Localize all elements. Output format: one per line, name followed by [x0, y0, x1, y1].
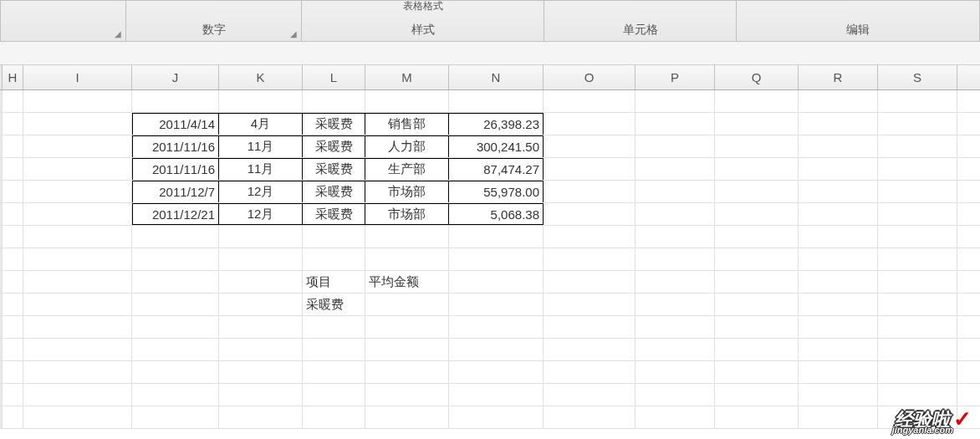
cell[interactable] [878, 226, 957, 248]
cell-amount[interactable]: 5,068.38 [449, 203, 544, 225]
cell[interactable] [3, 90, 23, 112]
cell[interactable] [219, 90, 303, 112]
cell[interactable] [132, 339, 219, 360]
cell[interactable] [23, 226, 132, 248]
cell[interactable] [23, 135, 132, 157]
cell[interactable] [219, 361, 303, 383]
cell-category[interactable]: 采暖费 [303, 181, 365, 202]
cell[interactable] [219, 406, 303, 428]
cell[interactable] [449, 384, 544, 406]
cell[interactable] [219, 384, 303, 406]
cell[interactable] [132, 226, 219, 248]
cell[interactable] [219, 294, 303, 315]
cell[interactable] [3, 248, 23, 270]
cell[interactable] [878, 339, 957, 360]
cell[interactable] [635, 406, 715, 428]
dialog-launcher-icon[interactable]: ◢ [113, 28, 123, 38]
cell[interactable] [3, 406, 23, 428]
cell-date[interactable]: 2011/4/14 [132, 113, 219, 135]
cell[interactable] [799, 384, 878, 406]
cell-month[interactable]: 12月 [219, 203, 303, 225]
cell[interactable] [132, 248, 219, 270]
cell[interactable] [365, 339, 449, 360]
ribbon-group-number[interactable]: 数字 ◢ [126, 1, 302, 41]
cell-dept[interactable]: 市场部 [365, 203, 449, 225]
cell[interactable] [878, 90, 957, 112]
cell[interactable] [449, 226, 544, 248]
cell[interactable] [23, 406, 132, 428]
col-header-O[interactable]: O [544, 65, 635, 89]
cell[interactable] [3, 384, 23, 406]
cell[interactable] [635, 339, 715, 360]
cell[interactable] [799, 226, 878, 248]
cell[interactable] [23, 339, 132, 360]
cell[interactable] [799, 271, 878, 293]
cell[interactable] [878, 203, 957, 225]
cell[interactable] [132, 271, 219, 293]
cell[interactable] [878, 316, 957, 338]
col-header-P[interactable]: P [635, 65, 715, 89]
col-header-S[interactable]: S [878, 65, 957, 89]
cell[interactable] [3, 294, 23, 315]
cell[interactable] [878, 294, 957, 315]
cell[interactable] [132, 361, 219, 383]
ribbon-group-edit[interactable]: 编辑 [737, 1, 979, 41]
cell[interactable] [715, 226, 799, 248]
cell[interactable] [3, 339, 23, 360]
cell[interactable] [799, 181, 878, 202]
cell[interactable] [132, 406, 219, 428]
cell[interactable] [635, 135, 715, 157]
cell[interactable] [635, 90, 715, 112]
cell[interactable] [23, 361, 132, 383]
cell[interactable] [715, 158, 799, 180]
cell[interactable] [715, 406, 799, 428]
cell[interactable] [132, 294, 219, 315]
cell[interactable] [715, 248, 799, 270]
cell[interactable] [635, 203, 715, 225]
cell-dept[interactable]: 销售部 [365, 113, 449, 135]
cell[interactable] [365, 226, 449, 248]
cell[interactable] [23, 271, 132, 293]
cell[interactable] [799, 339, 878, 360]
cell[interactable] [365, 248, 449, 270]
cell[interactable] [878, 248, 957, 270]
cell[interactable] [715, 339, 799, 360]
cell[interactable] [219, 226, 303, 248]
cell[interactable] [23, 203, 132, 225]
cell[interactable] [449, 361, 544, 383]
col-header-K[interactable]: K [219, 65, 303, 89]
cell[interactable] [715, 113, 799, 135]
cell[interactable] [3, 271, 23, 293]
cell[interactable] [23, 90, 132, 112]
cell-amount[interactable]: 26,398.23 [449, 113, 544, 135]
col-header-N[interactable]: N [449, 65, 544, 89]
cell[interactable] [799, 113, 878, 135]
cell[interactable] [3, 361, 23, 383]
cell[interactable] [878, 181, 957, 202]
cell[interactable] [635, 384, 715, 406]
cell[interactable] [715, 361, 799, 383]
cell[interactable] [449, 90, 544, 112]
cell-summary-item[interactable]: 采暖费 [303, 294, 365, 315]
cell[interactable] [635, 316, 715, 338]
cell[interactable] [23, 113, 132, 135]
cell[interactable] [449, 271, 544, 293]
cell[interactable] [303, 226, 365, 248]
cell[interactable] [635, 158, 715, 180]
cell[interactable] [799, 406, 878, 428]
cell-amount[interactable]: 87,474.27 [449, 158, 544, 180]
cell-date[interactable]: 2011/12/21 [132, 203, 219, 225]
ribbon-group-1[interactable]: ◢ [1, 1, 126, 41]
cell[interactable] [544, 248, 635, 270]
cell[interactable] [635, 113, 715, 135]
cell[interactable] [715, 203, 799, 225]
cell[interactable] [544, 384, 635, 406]
cell[interactable] [219, 248, 303, 270]
cell[interactable] [799, 203, 878, 225]
cell-category[interactable]: 采暖费 [303, 158, 365, 180]
cell[interactable] [132, 316, 219, 338]
cell[interactable] [715, 135, 799, 157]
cell-dept[interactable]: 市场部 [365, 181, 449, 202]
cell-month[interactable]: 11月 [219, 158, 303, 180]
cell[interactable] [544, 158, 635, 180]
